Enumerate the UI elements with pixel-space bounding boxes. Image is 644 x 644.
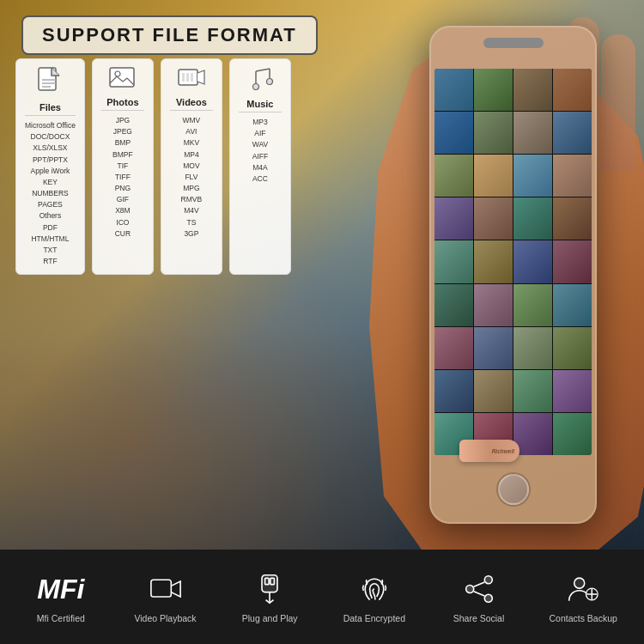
format-cards: Files Microsoft OfficeDOC/DOCXXLS/XLSXPP… [15, 58, 291, 275]
grid-cell [553, 413, 592, 455]
mfi-icon: MFi [42, 570, 80, 608]
feature-encrypted: Data Encrypted [322, 570, 427, 623]
phone-home-button [498, 474, 529, 505]
video-label: Video Playback [134, 613, 196, 623]
grid-cell [513, 327, 552, 369]
grid-cell [553, 327, 592, 369]
grid-cell [434, 197, 473, 240]
phone-screen [434, 69, 592, 455]
music-icon [239, 66, 282, 95]
photos-title: Photos [101, 97, 144, 111]
grid-cell [434, 69, 473, 111]
svg-rect-16 [150, 580, 170, 597]
grid-cell [513, 155, 552, 197]
usb-icon [251, 570, 289, 608]
plug-label: Plug and Play [242, 613, 298, 623]
photos-icon [101, 66, 144, 94]
svg-line-25 [473, 592, 484, 596]
svg-rect-10 [191, 73, 193, 82]
photos-card: Photos JPGJPEGBMPBMPFTIFTIFFPNGGIFX8MICO… [92, 58, 154, 275]
photo-grid [434, 69, 592, 455]
person-add-icon [564, 570, 602, 608]
files-title: Files [25, 102, 76, 116]
svg-rect-17 [262, 575, 277, 592]
music-items: MP3AIFWAVAIFFM4AACC [239, 117, 282, 185]
grid-cell [513, 112, 552, 154]
social-label: Share Social [453, 613, 505, 623]
camera-icon [147, 570, 185, 608]
feature-video: Video Playback [113, 570, 218, 623]
feature-plug: Plug and Play [217, 570, 322, 623]
contacts-label: Contacts Backup [550, 613, 617, 623]
photos-items: JPGJPEGBMPBMPFTIFTIFFPNGGIFX8MICOCUR [101, 115, 144, 240]
music-title: Music [239, 99, 282, 112]
grid-cell [553, 112, 592, 154]
grid-cell [553, 197, 592, 240]
grid-cell [474, 284, 513, 326]
grid-cell [553, 155, 592, 197]
grid-cell [513, 197, 552, 240]
files-card: Files Microsoft OfficeDOC/DOCXXLS/XLSXPP… [15, 58, 85, 275]
phone-container: Richwell [318, 0, 644, 550]
grid-cell [434, 155, 473, 197]
phone-device: Richwell [429, 26, 597, 524]
grid-cell [513, 284, 552, 326]
grid-cell [434, 284, 473, 326]
videos-icon [170, 66, 213, 94]
grid-cell [553, 370, 592, 412]
grid-cell [553, 284, 592, 326]
videos-card: Videos WMVAVIMKVMP4MOVFLVMPGRMVBM4VTS3GP [161, 58, 222, 275]
phone-notch [483, 38, 544, 48]
videos-title: Videos [170, 97, 213, 111]
grid-cell [474, 370, 513, 412]
fingerprint-icon [355, 570, 393, 608]
photo-background: SUPPORT FILE FORMAT Files [0, 0, 644, 550]
files-icon [25, 66, 76, 99]
mfi-label: Mfi Certified [37, 613, 85, 623]
svg-point-23 [465, 586, 473, 593]
svg-point-21 [484, 576, 492, 584]
main-title: SUPPORT FILE FORMAT [42, 24, 297, 46]
usb-drive: Richwell [459, 440, 519, 462]
main-container: SUPPORT FILE FORMAT Files [0, 0, 644, 644]
svg-point-14 [252, 84, 258, 90]
grid-cell [434, 240, 473, 283]
svg-line-24 [473, 582, 484, 586]
svg-line-11 [256, 69, 270, 71]
grid-cell [513, 370, 552, 412]
svg-point-15 [266, 79, 272, 85]
svg-rect-8 [182, 73, 185, 82]
music-card: Music MP3AIFWAVAIFFM4AACC [229, 58, 291, 275]
grid-cell [434, 370, 473, 412]
share-icon [460, 570, 498, 608]
svg-rect-9 [186, 73, 189, 82]
encrypted-label: Data Encrypted [343, 613, 405, 623]
bottom-feature-bar: MFi Mfi Certified Video Playback [0, 550, 644, 644]
grid-cell [434, 327, 473, 369]
feature-social: Share Social [427, 570, 532, 623]
grid-cell [513, 69, 552, 111]
usb-brand: Richwell [492, 448, 514, 454]
svg-rect-4 [110, 68, 134, 87]
grid-cell [474, 69, 513, 111]
feature-contacts: Contacts Backup [531, 570, 635, 623]
grid-cell [434, 112, 473, 154]
grid-cell [474, 197, 513, 240]
mfi-text: MFi [37, 574, 84, 605]
grid-cell [553, 69, 592, 111]
grid-cell [474, 240, 513, 283]
feature-mfi: MFi Mfi Certified [9, 570, 113, 623]
grid-cell [474, 327, 513, 369]
grid-cell [553, 240, 592, 283]
svg-point-22 [484, 594, 492, 602]
grid-cell [474, 112, 513, 154]
title-banner: SUPPORT FILE FORMAT [21, 15, 318, 55]
svg-point-26 [574, 578, 585, 588]
files-items: Microsoft OfficeDOC/DOCXXLS/XLSXPPT/PPTX… [25, 120, 76, 267]
grid-cell [513, 240, 552, 283]
grid-cell [474, 155, 513, 197]
videos-items: WMVAVIMKVMP4MOVFLVMPGRMVBM4VTS3GP [170, 115, 213, 240]
